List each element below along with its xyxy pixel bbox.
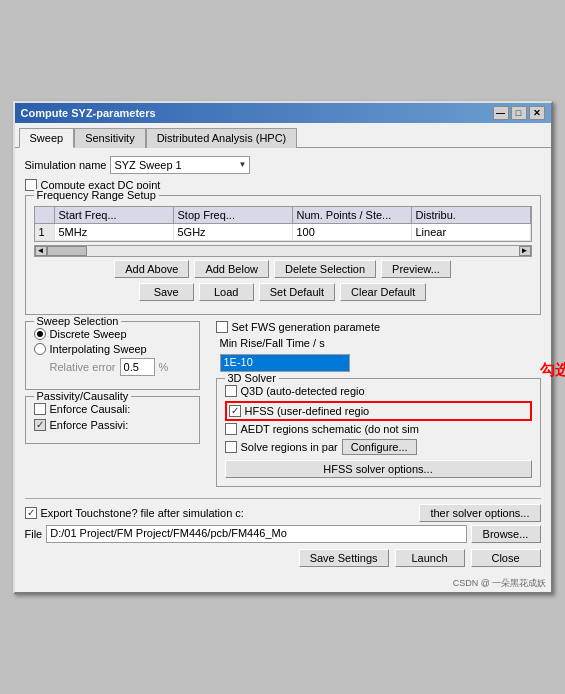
solver-3d-label: 3D Solver [225, 372, 279, 384]
close-button[interactable]: ✕ [529, 106, 545, 120]
fws-row: Set FWS generation paramete [216, 321, 541, 333]
scroll-track[interactable] [47, 246, 519, 256]
tab-bar: Sweep Sensitivity Distributed Analysis (… [15, 123, 551, 148]
solve-regions-checkbox[interactable] [225, 441, 237, 453]
launch-button[interactable]: Launch [395, 549, 465, 567]
th-start: Start Freq... [55, 207, 174, 223]
export-row: ✓ Export Touchstone? file after simulati… [25, 504, 541, 522]
relative-error-label: Relative error [50, 361, 116, 373]
annotation-text: 勾选 [540, 361, 566, 380]
tab-distributed[interactable]: Distributed Analysis (HPC) [146, 128, 298, 148]
dropdown-arrow-icon: ▼ [239, 160, 247, 169]
enforce-passivity-label: Enforce Passivi: [50, 419, 129, 431]
aedt-row: AEDT regions schematic (do not sim [225, 423, 532, 435]
preview-button[interactable]: Preview... [381, 260, 451, 278]
save-load-btn-row: Save Load Set Default Clear Default [34, 283, 532, 301]
sweep-selection-label: Sweep Selection [34, 315, 122, 327]
min-rise-row: Min Rise/Fall Time / s [220, 337, 541, 349]
solver-options-row: HFSS solver options... [225, 460, 532, 478]
aedt-checkbox[interactable] [225, 423, 237, 435]
left-section: Sweep Selection Discrete Sweep Interpola… [25, 321, 200, 493]
hfss-solver-options-button[interactable]: HFSS solver options... [225, 460, 532, 478]
file-row: File D:/01 Project/FM Project/FM446/pcb/… [25, 525, 541, 543]
q3d-label: Q3D (auto-detected regio [241, 385, 365, 397]
minimize-button[interactable]: — [493, 106, 509, 120]
main-window: Compute SYZ-parameters — □ ✕ Sweep Sensi… [13, 101, 553, 594]
hfss-label: HFSS (user-defined regio [245, 405, 370, 417]
tab-content: Simulation name SYZ Sweep 1 ▼ Compute ex… [15, 148, 551, 575]
frequency-table: Start Freq... Stop Freq... Num. Points /… [34, 206, 532, 242]
relative-error-row: Relative error % [34, 358, 191, 376]
watermark: CSDN @ 一朵黑花成妖 [15, 575, 551, 592]
scroll-left-icon[interactable]: ◄ [35, 246, 47, 256]
add-above-button[interactable]: Add Above [114, 260, 189, 278]
simulation-name-dropdown[interactable]: SYZ Sweep 1 ▼ [110, 156, 250, 174]
export-label: Export Touchstone? file after simulation… [41, 507, 244, 519]
min-rise-input[interactable]: 1E-10 [220, 354, 350, 372]
table-btn-row: Add Above Add Below Delete Selection Pre… [34, 260, 532, 278]
passivity-label: Passivity/Causality [34, 390, 132, 402]
maximize-button[interactable]: □ [511, 106, 527, 120]
tab-sweep[interactable]: Sweep [19, 128, 75, 148]
file-path-field[interactable]: D:/01 Project/FM Project/FM446/pcb/FM446… [46, 525, 466, 543]
discrete-sweep-label: Discrete Sweep [50, 328, 127, 340]
table-row[interactable]: 1 5MHz 5GHz 100 Linear [35, 224, 531, 241]
scroll-thumb[interactable] [47, 246, 87, 256]
file-label: File [25, 528, 43, 540]
tab-sensitivity[interactable]: Sensitivity [74, 128, 146, 148]
enforce-causality-label: Enforce Causali: [50, 403, 131, 415]
td-points: 100 [293, 224, 412, 240]
other-solver-button[interactable]: ther solver options... [419, 504, 540, 522]
interpolating-sweep-radio[interactable] [34, 343, 46, 355]
th-points: Num. Points / Ste... [293, 207, 412, 223]
passivity-group: Passivity/Causality Enforce Causali: ✓ E… [25, 396, 200, 444]
save-settings-button[interactable]: Save Settings [299, 549, 389, 567]
enforce-causality-checkbox[interactable] [34, 403, 46, 415]
export-checkbox[interactable]: ✓ [25, 507, 37, 519]
hfss-row: ✓ HFSS (user-defined regio [229, 405, 528, 417]
fws-checkbox[interactable] [216, 321, 228, 333]
hfss-checkbox[interactable]: ✓ [229, 405, 241, 417]
set-default-button[interactable]: Set Default [259, 283, 335, 301]
sweep-selection-group: Sweep Selection Discrete Sweep Interpola… [25, 321, 200, 390]
td-rownum: 1 [35, 224, 55, 240]
td-start: 5MHz [55, 224, 174, 240]
table-header: Start Freq... Stop Freq... Num. Points /… [35, 207, 531, 224]
file-path-value: D:/01 Project/FM Project/FM446/pcb/FM446… [50, 527, 287, 539]
hfss-highlight-box: ✓ HFSS (user-defined regio [225, 401, 532, 421]
title-bar: Compute SYZ-parameters — □ ✕ [15, 103, 551, 123]
q3d-checkbox[interactable] [225, 385, 237, 397]
load-button[interactable]: Load [199, 283, 254, 301]
interpolating-sweep-row: Interpolating Sweep [34, 343, 191, 355]
discrete-sweep-radio[interactable] [34, 328, 46, 340]
frequency-range-label: Frequency Range Setup [34, 189, 159, 201]
interpolating-sweep-label: Interpolating Sweep [50, 343, 147, 355]
simulation-name-row: Simulation name SYZ Sweep 1 ▼ [25, 156, 541, 174]
frequency-range-group: Frequency Range Setup Start Freq... Stop… [25, 195, 541, 315]
enforce-causality-row: Enforce Causali: [34, 403, 191, 415]
configure-button[interactable]: Configure... [342, 439, 417, 455]
td-dist: Linear [412, 224, 531, 240]
solve-regions-label: Solve regions in par [241, 441, 338, 453]
footer-close-button[interactable]: Close [471, 549, 541, 567]
solve-regions-row: Solve regions in par Configure... [225, 439, 532, 455]
divider [25, 498, 541, 499]
enforce-passivity-checkbox[interactable]: ✓ [34, 419, 46, 431]
min-rise-value: 1E-10 [224, 356, 253, 368]
relative-error-input[interactable] [120, 358, 155, 376]
min-rise-label: Min Rise/Fall Time / s [220, 337, 325, 349]
delete-selection-button[interactable]: Delete Selection [274, 260, 376, 278]
th-dist: Distribu. [412, 207, 531, 223]
q3d-row: Q3D (auto-detected regio [225, 385, 532, 397]
window-title: Compute SYZ-parameters [21, 107, 156, 119]
th-stop: Stop Freq... [174, 207, 293, 223]
browse-button[interactable]: Browse... [471, 525, 541, 543]
horizontal-scrollbar[interactable]: ◄ ► [34, 245, 532, 257]
clear-default-button[interactable]: Clear Default [340, 283, 426, 301]
scroll-right-icon[interactable]: ► [519, 246, 531, 256]
add-below-button[interactable]: Add Below [194, 260, 269, 278]
aedt-label: AEDT regions schematic (do not sim [241, 423, 419, 435]
footer-btn-row: Save Settings Launch Close [25, 549, 541, 567]
save-button[interactable]: Save [139, 283, 194, 301]
enforce-passivity-row: ✓ Enforce Passivi: [34, 419, 191, 431]
